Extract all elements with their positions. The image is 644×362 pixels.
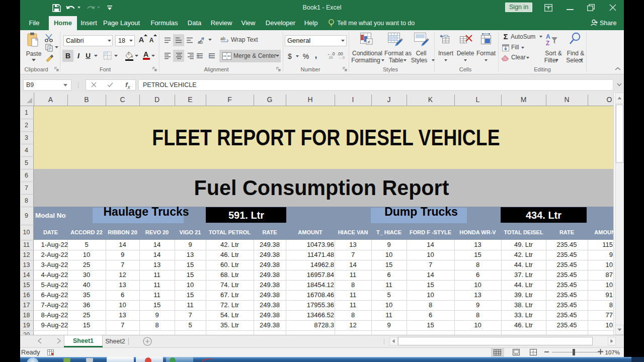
svg-text:≠: ≠ <box>367 39 370 45</box>
svg-text:→.0: →.0 <box>338 56 345 59</box>
svg-text:Z: Z <box>546 40 549 47</box>
svg-text:A: A <box>546 33 550 40</box>
svg-text:ab: ab <box>220 36 225 41</box>
svg-text:.00: .00 <box>328 56 333 59</box>
svg-text:ab: ab <box>198 40 203 44</box>
